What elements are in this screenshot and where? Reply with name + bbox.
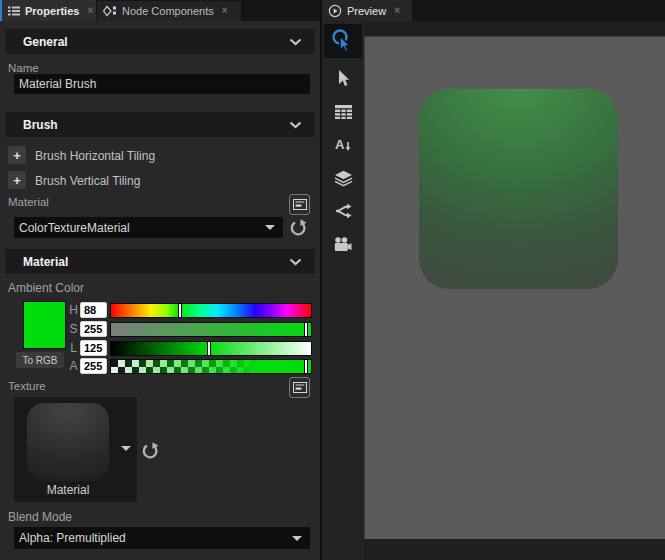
texture-label: Texture	[8, 380, 46, 392]
hue-channel-row: H	[68, 302, 312, 318]
alpha-input[interactable]	[80, 358, 107, 374]
material-dropdown-value: ColorTextureMaterial	[14, 221, 265, 235]
blend-mode-dropdown[interactable]: Alpha: Premultiplied	[14, 527, 310, 549]
hue-slider[interactable]	[110, 303, 312, 318]
texture-editor-button[interactable]	[289, 377, 310, 398]
dropdown-caret-icon	[292, 536, 302, 541]
hue-label: H	[68, 303, 79, 317]
circular-arrow-icon	[140, 441, 160, 461]
brush-vertical-tiling-label: Brush Vertical Tiling	[35, 174, 140, 188]
editor-window-icon	[293, 199, 307, 210]
texture-preview-box: Material	[14, 397, 137, 502]
ambient-color-label: Ambient Color	[8, 281, 84, 295]
dropdown-caret-icon	[265, 225, 275, 230]
node-components-icon	[103, 5, 117, 17]
properties-list-icon	[8, 5, 20, 17]
preview-green-object[interactable]	[419, 89, 618, 289]
preview-panel: Preview ×	[322, 0, 665, 560]
texture-thumbnail[interactable]	[27, 403, 109, 481]
saturation-slider[interactable]	[110, 322, 312, 337]
hue-slider-handle[interactable]	[178, 303, 182, 318]
branch-arrows-icon	[334, 203, 352, 219]
alpha-slider[interactable]	[110, 359, 312, 374]
lightness-channel-row: L	[68, 340, 312, 356]
preview-toolbar: A	[322, 21, 364, 560]
section-material-title: Material	[23, 255, 68, 269]
add-vertical-tiling-button[interactable]: +	[8, 171, 26, 189]
circular-arrow-icon	[288, 218, 308, 238]
name-label: Name	[8, 62, 39, 74]
connections-tool-button[interactable]	[322, 197, 364, 225]
editor-window-icon	[293, 382, 307, 393]
layers-tool-button[interactable]	[322, 164, 364, 192]
blend-mode-value: Alpha: Premultiplied	[14, 531, 292, 545]
lightness-slider[interactable]	[110, 341, 312, 356]
hue-input[interactable]	[80, 302, 107, 318]
lightness-input[interactable]	[80, 340, 107, 356]
saturation-label: S	[68, 322, 79, 336]
tab-properties[interactable]: Properties ×	[2, 0, 96, 21]
tab-properties-close-icon[interactable]: ×	[87, 6, 93, 16]
camera-tool-button[interactable]	[322, 230, 364, 258]
preview-viewport[interactable]	[364, 36, 665, 539]
blend-mode-label: Blend Mode	[8, 510, 72, 524]
section-brush-title: Brush	[23, 118, 58, 132]
tab-node-components-label: Node Components	[122, 5, 214, 17]
to-rgb-button[interactable]: To RGB	[16, 352, 64, 368]
table-grid-icon	[335, 105, 352, 119]
tab-preview-label: Preview	[347, 5, 386, 17]
grid-tool-button[interactable]	[322, 98, 364, 126]
tab-properties-label: Properties	[25, 5, 79, 17]
interact-tool-button[interactable]	[322, 27, 364, 55]
section-header-brush[interactable]: Brush	[5, 112, 315, 137]
color-swatch[interactable]	[23, 301, 66, 349]
video-camera-icon	[334, 237, 352, 252]
select-tool-button[interactable]	[322, 64, 364, 92]
tab-node-components-close-icon[interactable]: ×	[222, 6, 228, 16]
saturation-channel-row: S	[68, 321, 312, 337]
text-tool-button[interactable]: A	[322, 131, 364, 159]
lightness-label: L	[68, 341, 79, 355]
select-cursor-icon	[334, 69, 352, 88]
material-goto-button[interactable]	[287, 217, 308, 238]
font-adjust-icon: A	[335, 137, 352, 153]
tab-node-components[interactable]: Node Components ×	[97, 1, 241, 21]
material-dropdown[interactable]: ColorTextureMaterial	[14, 217, 283, 238]
lightness-slider-handle[interactable]	[207, 341, 211, 356]
saturation-slider-handle[interactable]	[304, 322, 308, 337]
chevron-down-icon[interactable]	[289, 38, 302, 46]
material-editor-button[interactable]	[289, 194, 310, 215]
play-circle-icon	[328, 4, 342, 18]
texture-reset-button[interactable]	[139, 440, 160, 461]
application-window: Properties × Node Components × General	[0, 0, 665, 560]
preview-tab-bar: Preview ×	[322, 0, 665, 21]
alpha-channel-row: A	[68, 358, 312, 374]
saturation-input[interactable]	[80, 321, 107, 337]
left-tab-bar: Properties × Node Components ×	[0, 0, 320, 21]
chevron-down-icon[interactable]	[289, 258, 302, 266]
chevron-down-icon[interactable]	[289, 121, 302, 129]
texture-thumbnail-label: Material	[27, 483, 109, 497]
tab-preview-close-icon[interactable]: ×	[394, 6, 400, 16]
section-header-material[interactable]: Material	[5, 249, 315, 274]
alpha-label: A	[68, 359, 79, 373]
name-input[interactable]	[14, 74, 310, 94]
svg-text:A: A	[335, 137, 345, 152]
interact-cursor-icon	[329, 27, 357, 55]
tab-preview[interactable]: Preview ×	[322, 0, 412, 21]
alpha-slider-handle[interactable]	[304, 359, 308, 374]
add-horizontal-tiling-button[interactable]: +	[8, 146, 26, 164]
texture-dropdown-caret-icon[interactable]	[121, 446, 131, 451]
brush-horizontal-tiling-label: Brush Horizontal Tiling	[35, 149, 155, 163]
material-property-label: Material	[8, 196, 49, 208]
layers-icon	[334, 170, 353, 187]
section-header-general[interactable]: General	[5, 29, 315, 54]
section-general-title: General	[23, 35, 68, 49]
